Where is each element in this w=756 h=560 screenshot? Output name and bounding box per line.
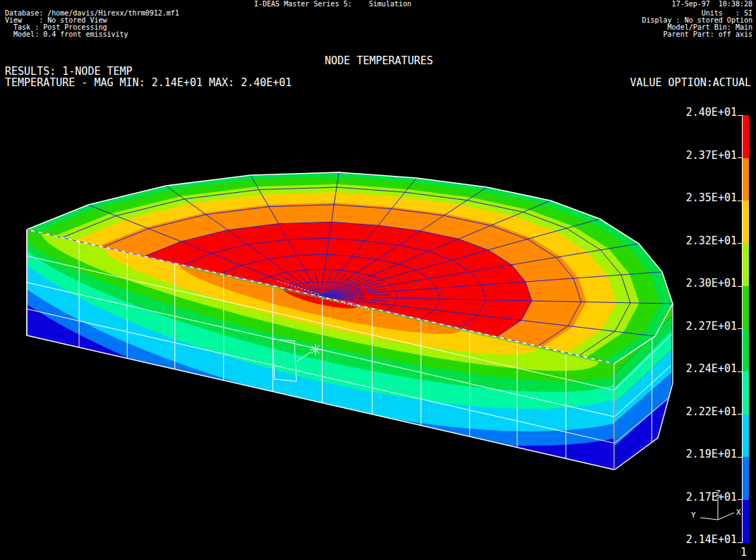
colorbar-segment xyxy=(743,329,749,372)
colorbar-segment xyxy=(743,457,749,500)
colorbar-label: 2.32E+01 xyxy=(686,234,737,247)
colorbar-label: 2.30E+01 xyxy=(686,277,737,290)
colorbar-label: 2.22E+01 xyxy=(686,405,737,418)
colorbar-tick xyxy=(738,115,743,116)
ideas-simulation-window: I-DEAS Master Series 5: Simulation 17-Se… xyxy=(0,0,756,560)
model-3d-view[interactable] xyxy=(0,89,690,504)
graphics-viewport[interactable]: 2.40E+012.37E+012.35E+012.32E+012.30E+01… xyxy=(0,0,756,560)
colorbar-label: 2.14E+01 xyxy=(686,533,737,546)
colorbar-label: 2.40E+01 xyxy=(686,106,737,119)
colorbar-tick xyxy=(738,286,743,287)
colorbar-tick xyxy=(738,542,743,543)
colorbar-segment xyxy=(743,244,749,287)
triad-x-label: X xyxy=(736,508,741,517)
colorbar-label: 2.24E+01 xyxy=(686,362,737,375)
triad-y-label: Y xyxy=(691,511,696,520)
colorbar-tick xyxy=(738,201,743,201)
colorbar-label: 2.35E+01 xyxy=(686,191,737,204)
colorbar-legend: 2.40E+012.37E+012.35E+012.32E+012.30E+01… xyxy=(686,106,749,546)
triad-x-axis xyxy=(718,513,734,520)
colorbar-segment xyxy=(743,500,749,543)
colorbar-segment xyxy=(743,115,749,158)
colorbar-segment xyxy=(743,286,749,329)
colorbar-label: 2.17E+01 xyxy=(686,491,737,504)
colorbar-tick xyxy=(738,371,743,372)
colorbar-label: 2.19E+01 xyxy=(686,448,737,460)
colorbar-tick xyxy=(738,414,743,415)
colorbar-segment xyxy=(743,415,749,458)
colorbar-segment xyxy=(743,201,749,244)
triad-y-axis xyxy=(700,518,718,520)
colorbar-tick xyxy=(738,243,743,244)
colorbar-tick xyxy=(738,157,743,158)
colorbar-tick xyxy=(738,328,743,329)
colorbar-segment xyxy=(743,371,749,415)
colorbar-label: 2.27E+01 xyxy=(686,320,737,333)
colorbar-tick xyxy=(738,499,743,500)
colorbar-label: 2.37E+01 xyxy=(686,149,737,162)
triad-z-label: Z xyxy=(716,489,721,498)
colorbar-tick xyxy=(738,457,743,458)
colorbar-segment xyxy=(743,158,749,201)
